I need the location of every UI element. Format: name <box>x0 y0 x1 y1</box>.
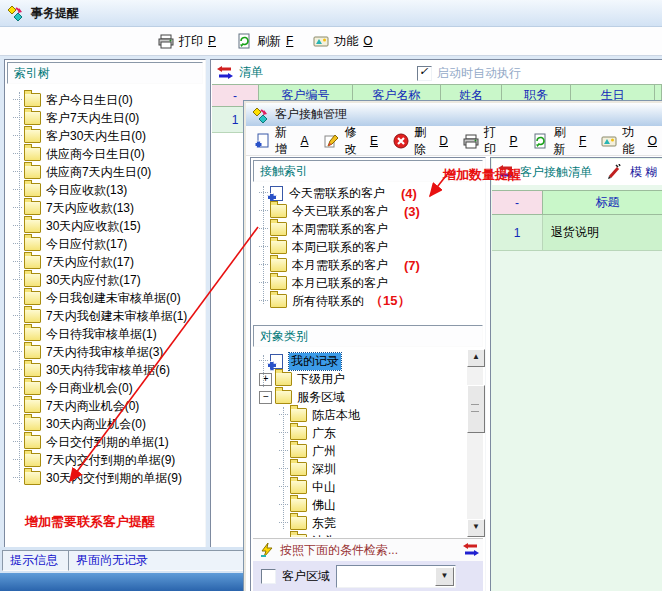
tree-item-payable-today[interactable]: 今日应付款(17) <box>7 235 203 253</box>
tree-guide-line <box>283 407 284 529</box>
refresh-button[interactable]: 刷新F <box>236 33 293 50</box>
function-hotkey: O <box>363 34 372 48</box>
customer-area-checkbox[interactable] <box>261 569 276 584</box>
folder-icon <box>24 183 41 197</box>
tree-item-to-audit-30d[interactable]: 30天内待我审核单据(6) <box>7 361 203 379</box>
pen-icon[interactable] <box>606 164 622 180</box>
tree-item-opportunity-7d[interactable]: 7天内商业机会(0) <box>7 397 203 415</box>
tree-item-to-audit-today[interactable]: 今日待我审核单据(1) <box>7 325 203 343</box>
tree-item-my-unaudited-7d[interactable]: 7天内我创建未审核单据(1) <box>7 307 203 325</box>
exchange-icon[interactable] <box>217 65 233 81</box>
tree-item-opportunity-today[interactable]: 今日商业机会(0) <box>7 379 203 397</box>
tree-item-my-records[interactable]: 我的记录 <box>253 352 483 370</box>
add-hotkey: A <box>300 134 308 148</box>
tree-item-supplier-birthday-7d[interactable]: 供应商7天内生日(0) <box>7 163 203 181</box>
folder-icon <box>270 276 287 290</box>
tree-item-to-audit-7d[interactable]: 7天内待我审核单据(3) <box>7 343 203 361</box>
tree-item-payable-7d[interactable]: 7天内应付款(17) <box>7 253 203 271</box>
tree-item-contacted-today[interactable]: 今天已联系的客户(3) <box>253 202 483 220</box>
autorun-checkbox[interactable] <box>417 66 432 81</box>
tree-item-service-area[interactable]: −服务区域 <box>253 388 483 406</box>
tree-item-delivery-due-30d[interactable]: 30天内交付到期的单据(9) <box>7 469 203 487</box>
function-label: 功能 <box>622 124 642 158</box>
refresh-button[interactable]: 刷新F <box>532 124 586 158</box>
tree-item-contacted-month[interactable]: 本月已联系的客户 <box>253 274 483 292</box>
status-left: 提示信息 <box>2 550 71 571</box>
tree-item-contacted-week[interactable]: 本周已联系的客户 <box>253 238 483 256</box>
app-icon <box>252 107 268 123</box>
scroll-up-button[interactable]: ▲ <box>467 349 485 367</box>
delete-hotkey: D <box>439 134 448 148</box>
tree-item-need-contact-week[interactable]: 本周需联系的客户 <box>253 220 483 238</box>
list-header: 清单 启动时自动执行 <box>212 61 662 84</box>
category-tree: 我的记录 +下级用户 −服务区域 陈店本地 广东 广州 深圳 中山 佛山 东莞 … <box>253 349 483 537</box>
refresh-label: 刷新 <box>257 33 281 50</box>
function-button[interactable]: 功能O <box>601 124 657 158</box>
column-title: 标题 <box>543 191 662 215</box>
autorun-label: 启动时自动执行 <box>437 65 521 82</box>
tree-item-birthday-30d[interactable]: 客户30天内生日(0) <box>7 127 203 145</box>
tree-item-foshan[interactable]: 佛山 <box>253 496 483 514</box>
search-condition-label: 按照下面的条件检索... <box>280 542 463 559</box>
edit-button[interactable]: 修改E <box>323 124 377 158</box>
tree-item-shenzhen[interactable]: 深圳 <box>253 460 483 478</box>
app-icon <box>7 5 23 21</box>
exchange-icon[interactable] <box>498 164 514 180</box>
folder-icon <box>24 147 41 161</box>
tree-item-chendian-local[interactable]: 陈店本地 <box>253 406 483 424</box>
tree-item-receivable-30d[interactable]: 30天内应收款(15) <box>7 217 203 235</box>
collapse-minus-icon[interactable]: − <box>259 391 272 404</box>
tree-item-birthday-today[interactable]: 客户今日生日(0) <box>7 91 203 109</box>
scroll-thumb[interactable] <box>467 385 485 433</box>
tree-item-delivery-due-today[interactable]: 今日交付到期的单据(1) <box>7 433 203 451</box>
fuzzy-search-label[interactable]: 模 糊 <box>630 164 657 181</box>
autorun-option: 启动时自动执行 <box>417 65 521 82</box>
print-button[interactable]: 打印P <box>463 124 517 158</box>
customer-contact-dialog: 客户接触管理 新增A 修改E 删除D 打印P <box>243 100 662 591</box>
exchange-icon[interactable] <box>463 542 479 558</box>
folder-icon <box>290 480 307 494</box>
delete-icon <box>393 133 409 149</box>
print-hotkey: P <box>208 34 216 48</box>
print-label: 打印 <box>179 33 203 50</box>
tree-item-birthday-7d[interactable]: 客户7天内生日(0) <box>7 109 203 127</box>
main-titlebar: 事务提醒 <box>0 0 662 27</box>
tree-item-my-unaudited-today[interactable]: 今日我创建未审核单据(0) <box>7 289 203 307</box>
tree-item-guangzhou[interactable]: 广州 <box>253 442 483 460</box>
function-icon <box>313 33 329 49</box>
contact-list-row-1[interactable]: 1 退货说明 <box>492 215 662 251</box>
tree-item-zhongshan[interactable]: 中山 <box>253 478 483 496</box>
folder-icon <box>24 327 41 341</box>
folder-icon <box>270 240 287 254</box>
tree-item-need-contact-today[interactable]: 今天需联系的客户(4) <box>253 184 483 202</box>
contact-index-tree: 今天需联系的客户(4) 今天已联系的客户(3) 本周需联系的客户 本周已联系的客… <box>253 182 483 310</box>
tree-item-guangdong[interactable]: 广东 <box>253 424 483 442</box>
function-button[interactable]: 功能O <box>313 33 372 50</box>
expand-plus-icon[interactable]: + <box>259 373 272 386</box>
tree-item-shantou[interactable]: 汕头 <box>253 532 483 537</box>
printer-icon <box>158 33 174 49</box>
delete-label: 删除 <box>414 124 434 158</box>
category-scrollbar[interactable]: ▲ ▼ <box>467 349 483 537</box>
refresh-label: 刷新 <box>553 124 573 158</box>
tree-item-delivery-due-7d[interactable]: 7天内交付到期的单据(9) <box>7 451 203 469</box>
add-button[interactable]: 新增A <box>254 124 308 158</box>
tree-item-supplier-birthday-today[interactable]: 供应商今日生日(0) <box>7 145 203 163</box>
tree-item-payable-30d[interactable]: 30天内应付款(17) <box>7 271 203 289</box>
folder-icon <box>24 381 41 395</box>
print-button[interactable]: 打印P <box>158 33 216 50</box>
tree-item-dongguan[interactable]: 东莞 <box>253 514 483 532</box>
customer-area-combobox[interactable]: ▼ <box>336 565 456 588</box>
folder-icon <box>24 291 41 305</box>
delete-button[interactable]: 删除D <box>393 124 448 158</box>
tree-item-need-contact-month[interactable]: 本月需联系的客户(7) <box>253 256 483 274</box>
scroll-down-button[interactable]: ▼ <box>467 519 485 537</box>
tree-item-receivable-today[interactable]: 今日应收款(13) <box>7 181 203 199</box>
refresh-hotkey: F <box>579 134 586 148</box>
tree-item-all-pending[interactable]: 所有待联系的（15） <box>253 292 483 310</box>
chevron-down-icon[interactable]: ▼ <box>435 567 454 586</box>
tree-item-opportunity-30d[interactable]: 30天内商业机会(0) <box>7 415 203 433</box>
tree-item-receivable-7d[interactable]: 7天内应收款(13) <box>7 199 203 217</box>
tree-item-sub-users[interactable]: +下级用户 <box>253 370 483 388</box>
annotation-count: （15） <box>370 292 410 310</box>
